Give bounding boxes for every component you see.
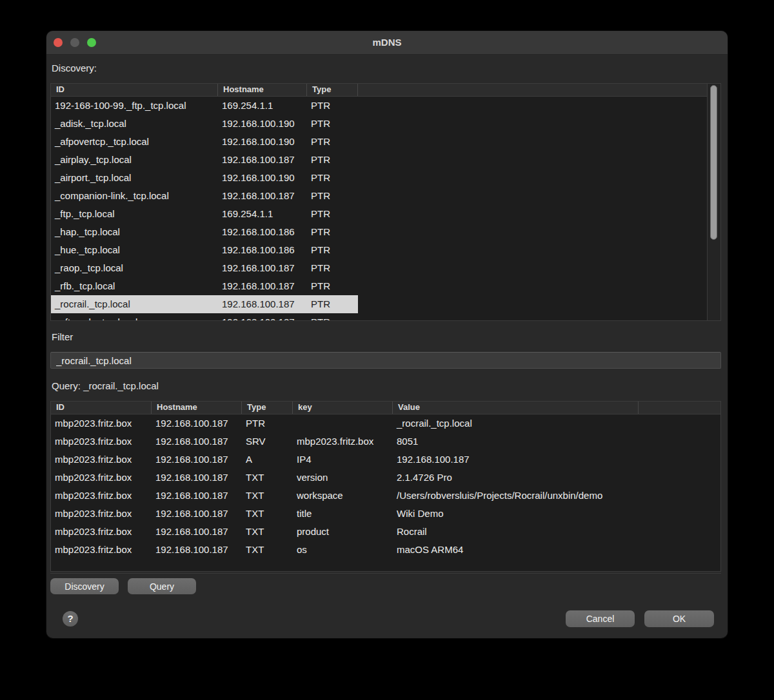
table-cell: mbp2023.fritz.box <box>51 433 152 451</box>
table-cell: 192.168.100.187 <box>218 313 307 321</box>
table-row[interactable]: _sftp-ssh._tcp.local192.168.100.187PTR <box>51 313 358 321</box>
table-cell: A <box>242 451 293 469</box>
column-header[interactable]: Type <box>242 402 293 414</box>
table-cell: PTR <box>307 259 358 277</box>
table-row[interactable]: mbp2023.fritz.box192.168.100.187TXTworks… <box>51 487 639 505</box>
divider <box>50 573 721 574</box>
table-cell: 169.254.1.1 <box>218 97 307 115</box>
table-cell: TXT <box>242 541 293 559</box>
table-cell: _airplay._tcp.local <box>51 151 218 169</box>
table-cell: PTR <box>307 97 358 115</box>
table-cell: title <box>293 505 393 523</box>
table-row[interactable]: _raop._tcp.local192.168.100.187PTR <box>51 259 358 277</box>
table-cell: mbp2023.fritz.box <box>51 451 152 469</box>
table-cell: TXT <box>242 487 293 505</box>
table-row[interactable]: 192-168-100-99._ftp._tcp.local169.254.1.… <box>51 97 358 115</box>
table-cell: PTR <box>307 295 358 313</box>
column-header[interactable] <box>639 402 720 414</box>
dialog-content: Discovery: IDHostnameType192-168-100-99.… <box>46 62 728 627</box>
query-label: Query: _rocrail._tcp.local <box>52 380 721 393</box>
table-row[interactable]: mbp2023.fritz.box192.168.100.187TXTprodu… <box>51 523 639 541</box>
table-cell: 192.168.100.186 <box>218 223 307 241</box>
titlebar[interactable]: mDNS <box>46 31 728 55</box>
window-title: mDNS <box>46 31 728 54</box>
column-header[interactable]: ID <box>51 402 152 414</box>
table-cell: 192.168.100.187 <box>152 487 242 505</box>
table-cell: 192.168.100.190 <box>218 115 307 133</box>
table-row[interactable]: _airplay._tcp.local192.168.100.187PTR <box>51 151 358 169</box>
table-cell: TXT <box>242 505 293 523</box>
column-header[interactable]: key <box>293 402 393 414</box>
discovery-scrollbar-track[interactable] <box>707 84 720 320</box>
table-cell: mbp2023.fritz.box <box>51 505 152 523</box>
column-header[interactable] <box>358 84 708 96</box>
table-cell: 192.168.100.187 <box>218 295 307 313</box>
table-cell: _airport._tcp.local <box>51 169 218 187</box>
column-header[interactable]: Hostname <box>218 84 307 96</box>
filter-input[interactable] <box>50 352 721 369</box>
column-header[interactable]: ID <box>51 84 218 96</box>
table-row[interactable]: _airport._tcp.local192.168.100.190PTR <box>51 169 358 187</box>
table-cell: 192.168.100.187 <box>152 541 242 559</box>
table-row[interactable]: _ftp._tcp.local169.254.1.1PTR <box>51 205 358 223</box>
table-body: 192-168-100-99._ftp._tcp.local169.254.1.… <box>51 97 720 321</box>
table-cell: workspace <box>293 487 393 505</box>
table-cell: _adisk._tcp.local <box>51 115 218 133</box>
discovery-button[interactable]: Discovery <box>50 578 119 594</box>
table-row[interactable]: mbp2023.fritz.box192.168.100.187TXTversi… <box>51 469 639 487</box>
table-header-row: IDHostnameTypekeyValue <box>51 402 720 414</box>
table-row[interactable]: _rocrail._tcp.local192.168.100.187PTR <box>51 295 358 313</box>
table-row[interactable]: mbp2023.fritz.box192.168.100.187TXTtitle… <box>51 505 639 523</box>
table-row[interactable]: mbp2023.fritz.box192.168.100.187AIP4192.… <box>51 451 639 469</box>
table-row[interactable]: _companion-link._tcp.local192.168.100.18… <box>51 187 358 205</box>
table-cell: mbp2023.fritz.box <box>293 433 393 451</box>
table-cell: 192.168.100.187 <box>218 151 307 169</box>
table-row[interactable]: mbp2023.fritz.box192.168.100.187SRVmbp20… <box>51 433 639 451</box>
table-cell: os <box>293 541 393 559</box>
table-cell: PTR <box>307 277 358 295</box>
table-header-row: IDHostnameType <box>51 84 708 97</box>
table-cell: _companion-link._tcp.local <box>51 187 218 205</box>
table-row[interactable]: _afpovertcp._tcp.local192.168.100.190PTR <box>51 133 358 151</box>
query-button[interactable]: Query <box>128 578 196 594</box>
table-cell: PTR <box>307 151 358 169</box>
table-cell: Wiki Demo <box>393 505 639 523</box>
discovery-label: Discovery: <box>52 62 721 75</box>
table-cell: 192.168.100.187 <box>218 187 307 205</box>
table-cell: PTR <box>307 133 358 151</box>
table-cell: 192.168.100.187 <box>393 451 639 469</box>
ok-button[interactable]: OK <box>644 610 714 627</box>
table-row[interactable]: _hap._tcp.local192.168.100.186PTR <box>51 223 358 241</box>
table-cell: PTR <box>307 187 358 205</box>
table-cell: 192.168.100.187 <box>218 277 307 295</box>
cancel-button[interactable]: Cancel <box>566 610 635 627</box>
column-header[interactable]: Type <box>307 84 358 96</box>
table-cell: TXT <box>242 523 293 541</box>
table-cell: 8051 <box>393 433 639 451</box>
table-cell: 192.168.100.187 <box>152 505 242 523</box>
table-cell: PTR <box>242 414 293 433</box>
table-cell: PTR <box>307 115 358 133</box>
table-cell: _afpovertcp._tcp.local <box>51 133 218 151</box>
discovery-table: IDHostnameType192-168-100-99._ftp._tcp.l… <box>50 83 721 321</box>
table-cell <box>293 414 393 433</box>
column-header[interactable]: Value <box>393 402 639 414</box>
table-cell: 169.254.1.1 <box>218 205 307 223</box>
table-cell: TXT <box>242 469 293 487</box>
table-cell: _hap._tcp.local <box>51 223 218 241</box>
table-row[interactable]: mbp2023.fritz.box192.168.100.187TXTosmac… <box>51 541 639 559</box>
table-row[interactable]: _adisk._tcp.local192.168.100.190PTR <box>51 115 358 133</box>
table-cell: macOS ARM64 <box>393 541 639 559</box>
table-row[interactable]: _hue._tcp.local192.168.100.186PTR <box>51 241 358 259</box>
table-cell: 192.168.100.187 <box>152 469 242 487</box>
table-cell: _hue._tcp.local <box>51 241 218 259</box>
query-table: IDHostnameTypekeyValuembp2023.fritz.box1… <box>50 401 721 572</box>
table-cell: _raop._tcp.local <box>51 259 218 277</box>
table-cell: 192.168.100.187 <box>152 523 242 541</box>
discovery-scrollbar-thumb[interactable] <box>710 85 717 240</box>
help-button[interactable]: ? <box>63 611 78 627</box>
table-cell: _ftp._tcp.local <box>51 205 218 223</box>
table-row[interactable]: _rfb._tcp.local192.168.100.187PTR <box>51 277 358 295</box>
column-header[interactable]: Hostname <box>152 402 242 414</box>
table-row[interactable]: mbp2023.fritz.box192.168.100.187PTR_rocr… <box>51 414 639 433</box>
